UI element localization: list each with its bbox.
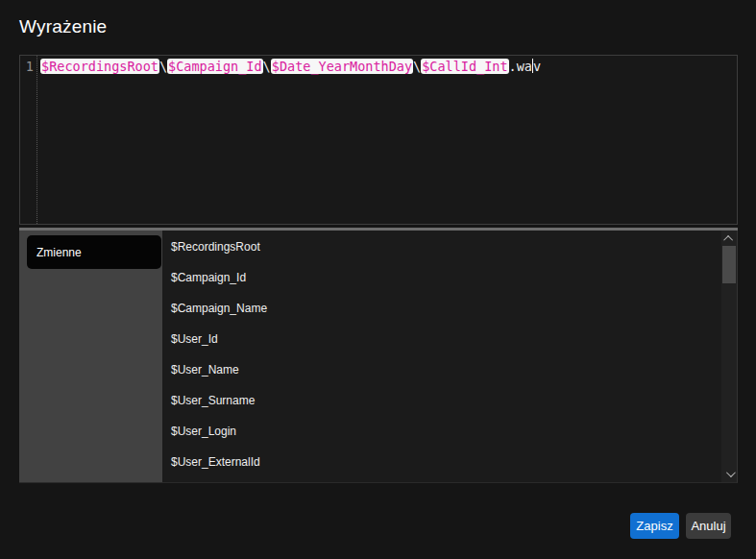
tab-column: Zmienne [19, 231, 162, 482]
expression-variable-token: $Date_YearMonthDay [271, 59, 413, 74]
expression-text: \ [413, 59, 421, 74]
variable-list-item[interactable]: $User_Login [162, 416, 721, 447]
expression-variable-token: $RecordingsRoot [40, 59, 159, 74]
chevron-up-icon [723, 235, 733, 245]
expression-text: \ [159, 59, 167, 74]
expression-variable-token: $CallId_Int [421, 59, 508, 74]
variable-list-item[interactable]: $User_Name [162, 354, 721, 385]
variables-list: $RecordingsRoot$Campaign_Id$Campaign_Nam… [162, 231, 721, 482]
tab-zmienne[interactable]: Zmienne [27, 235, 161, 269]
scroll-down-button[interactable] [721, 467, 737, 481]
expression-text: \ [263, 59, 271, 74]
save-button[interactable]: Zapisz [630, 513, 679, 539]
variable-list-item[interactable]: $RecordingsRoot [162, 231, 721, 262]
variable-list-item[interactable]: $Campaign_Id [162, 262, 721, 293]
variables-scrollbar[interactable] [721, 231, 737, 482]
line-number-gutter: 1 [20, 56, 37, 224]
scroll-up-button[interactable] [721, 231, 737, 246]
expression-code-line[interactable]: $RecordingsRoot\$Campaign_Id\$Date_YearM… [37, 56, 737, 224]
helper-panel: Zmienne $RecordingsRoot$Campaign_Id$Camp… [19, 231, 738, 483]
tab-label: Zmienne [37, 246, 82, 259]
variable-list-item[interactable]: $Campaign_Name [162, 293, 721, 324]
variable-list-item[interactable]: $User_Surname [162, 385, 721, 416]
dialog-title: Wyrażenie [19, 15, 107, 38]
expression-dialog: Wyrażenie 1 $RecordingsRoot\$Campaign_Id… [0, 0, 756, 559]
expression-variable-token: $Campaign_Id [167, 59, 263, 74]
expression-text: .wa [509, 59, 532, 74]
cancel-button[interactable]: Anuluj [686, 513, 731, 539]
line-number: 1 [26, 59, 34, 74]
variable-list-item[interactable]: $User_ExternalId [162, 447, 721, 477]
expression-editor[interactable]: 1 $RecordingsRoot\$Campaign_Id\$Date_Yea… [19, 55, 738, 225]
variable-list-item[interactable]: $User_Id [162, 324, 721, 354]
chevron-down-icon [725, 468, 735, 477]
expression-text: v [533, 59, 541, 74]
scrollbar-thumb[interactable] [722, 246, 736, 283]
